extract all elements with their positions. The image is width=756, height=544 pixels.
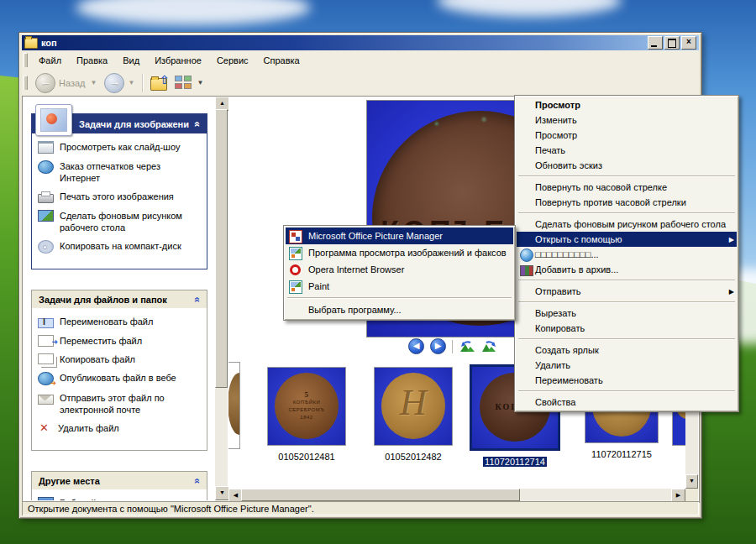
- thumbnail-partial[interactable]: [228, 362, 240, 449]
- forward-dropdown-icon[interactable]: ▼: [128, 79, 134, 86]
- menubar-item-1[interactable]: Правка: [69, 52, 115, 69]
- thumbnail-label[interactable]: 01052012481: [276, 452, 336, 462]
- toolbar-separator: [142, 74, 144, 92]
- order-prints-icon: [38, 160, 54, 174]
- task-move[interactable]: Переместить файл: [38, 335, 202, 347]
- open-with-item-opera[interactable]: Opera Internet Browser: [286, 261, 513, 278]
- titlebar[interactable]: коп ×: [22, 35, 699, 50]
- task-delete[interactable]: Удалить файл: [38, 422, 202, 435]
- task-print[interactable]: Печать этого изображения: [38, 191, 202, 203]
- previous-image-button[interactable]: ◀: [408, 338, 424, 354]
- winrar-icon: [520, 265, 533, 276]
- up-button[interactable]: ⇧: [150, 74, 170, 92]
- menu-separator: [518, 212, 735, 214]
- context-menu-item-rotate-counterclockwise[interactable]: Повернуть против часовой стрелки: [517, 195, 737, 210]
- thumbnail-photo[interactable]: Н: [374, 367, 453, 446]
- close-button[interactable]: ×: [681, 36, 696, 50]
- scrollbar-corner: [685, 489, 698, 501]
- context-menu-item-view-default[interactable]: Просмотр: [517, 97, 737, 112]
- thumbnail-01052012482[interactable]: Н01052012482: [369, 367, 458, 462]
- minimize-button[interactable]: [648, 36, 663, 50]
- context-menu-item-cut[interactable]: Вырезать: [517, 306, 737, 321]
- scroll-down-icon[interactable]: ▼: [685, 474, 698, 489]
- open-with-item-picture-fax-viewer[interactable]: Программа просмотра изображений и факсов: [286, 244, 513, 261]
- context-menu-item-edit[interactable]: Изменить: [517, 112, 737, 128]
- rotate-counterclockwise-icon[interactable]: [459, 340, 475, 353]
- icon-slot: [519, 358, 535, 372]
- views-tile-icon: [175, 76, 182, 81]
- context-menu-item-refresh-thumbnail[interactable]: Обновить эскиз: [517, 158, 737, 173]
- menubar-item-0[interactable]: Файл: [31, 52, 69, 69]
- menu-item-label: Просмотр: [535, 100, 580, 110]
- chevron-up-icon[interactable]: »: [192, 121, 203, 127]
- menubar-item-3[interactable]: Избранное: [147, 52, 209, 69]
- copy-icon: [38, 353, 54, 364]
- context-menu-item-delete[interactable]: Удалить: [517, 358, 737, 373]
- task-slideshow[interactable]: Просмотреть как слайд-шоу: [38, 141, 202, 154]
- forward-button[interactable]: →: [104, 73, 124, 93]
- task-wallpaper[interactable]: Сделать фоновым рисунком рабочего стола: [38, 210, 202, 233]
- task-label: Копировать на компакт-диск: [60, 240, 181, 252]
- open-with-item-choose-program[interactable]: Выбрать программу...: [286, 301, 513, 318]
- context-menu-item-rotate-clockwise[interactable]: Повернуть по часовой стрелке: [517, 180, 737, 195]
- winrar-icon: [519, 263, 535, 276]
- menubar-grip[interactable]: [24, 53, 28, 67]
- panel-header-file-folder-tasks[interactable]: Задачи для файлов и папок»: [32, 290, 207, 308]
- context-menu-item-open-with[interactable]: Открыть с помощью▶: [517, 232, 737, 247]
- panel-header-other-places[interactable]: Другие места»: [32, 472, 207, 489]
- menubar-items: ФайлПравкаВидИзбранноеСервисСправка: [31, 52, 307, 69]
- task-copy[interactable]: Копировать файл: [38, 353, 202, 365]
- views-dropdown-icon[interactable]: ▼: [197, 79, 203, 86]
- menubar-item-5[interactable]: Справка: [256, 52, 307, 69]
- horizontal-scrollbar-thumb[interactable]: [241, 489, 520, 501]
- context-menu-item-set-as-wallpaper[interactable]: Сделать фоновым рисунком рабочего стола: [517, 217, 737, 232]
- sidebar-scrollbar[interactable]: ▲ ▼: [215, 97, 228, 500]
- thumbnail-label[interactable]: 110720112714: [483, 457, 547, 467]
- context-menu-item-view[interactable]: Просмотр: [517, 128, 737, 143]
- views-tile-icon: [184, 83, 192, 89]
- maximize-button[interactable]: [664, 36, 680, 50]
- task-email[interactable]: Отправить этот файл по электронной почте: [38, 392, 202, 416]
- task-order-prints[interactable]: Заказ отпечатков через Интернет: [38, 160, 202, 184]
- open-with-item-picture-manager[interactable]: Microsoft Office Picture Manager: [286, 228, 513, 244]
- task-copy-to-cd[interactable]: Копировать на компакт-диск: [38, 240, 202, 254]
- next-image-button[interactable]: ▶: [430, 338, 446, 354]
- context-menu-item-unknown-app[interactable]: □□□□□□□□□□...: [517, 247, 737, 262]
- publish-icon: [38, 372, 54, 385]
- menu-item-label: Переименовать: [535, 375, 603, 385]
- views-button[interactable]: [175, 76, 193, 91]
- open-with-item-paint[interactable]: Paint: [286, 278, 513, 295]
- sidebar-scrollbar-thumb[interactable]: [215, 109, 228, 388]
- icon-slot: [519, 285, 535, 298]
- thumbnail-label[interactable]: 110720112715: [590, 449, 654, 459]
- context-menu-item-add-to-archive[interactable]: Добавить в архив...: [517, 262, 737, 277]
- horizontal-scrollbar[interactable]: ◀ ▶: [228, 489, 685, 501]
- menubar-item-4[interactable]: Сервис: [209, 52, 256, 69]
- icon-slot: [519, 374, 535, 387]
- context-menu-item-create-shortcut[interactable]: Создать ярлык: [517, 343, 737, 358]
- icon-slot: [519, 395, 535, 409]
- context-menu-item-properties[interactable]: Свойства: [517, 395, 737, 410]
- thumbnail-label[interactable]: 01052012482: [383, 452, 443, 462]
- rotate-clockwise-icon[interactable]: [481, 340, 498, 353]
- picture-manager-icon: [288, 229, 308, 243]
- chevron-up-icon[interactable]: »: [192, 478, 203, 484]
- task-publish[interactable]: Опубликовать файл в вебе: [38, 372, 202, 385]
- icon-slot: [519, 144, 535, 157]
- paint-icon: [288, 280, 308, 293]
- folder-icon: [24, 38, 38, 49]
- thumbnail-photo[interactable]: 5КОПѢЙКИСЕРЕБРОМЪ1842: [267, 367, 346, 446]
- context-menu-item-rename[interactable]: Переименовать: [517, 373, 737, 388]
- scroll-down-icon[interactable]: ▼: [215, 486, 229, 500]
- back-button[interactable]: ←: [35, 73, 55, 93]
- thumbnail-01052012481[interactable]: 5КОПѢЙКИСЕРЕБРОМЪ184201052012481: [262, 367, 351, 462]
- context-menu-item-send-to[interactable]: Отправить▶: [517, 284, 737, 299]
- task-rename[interactable]: Переименовать файл: [38, 316, 202, 328]
- menubar-item-2[interactable]: Вид: [115, 52, 147, 69]
- context-menu-item-print[interactable]: Печать: [517, 143, 737, 158]
- toolbar-grip[interactable]: [24, 76, 28, 90]
- context-menu-item-copy[interactable]: Копировать: [517, 321, 737, 336]
- chevron-up-icon[interactable]: »: [192, 296, 203, 302]
- back-dropdown-icon[interactable]: ▼: [91, 79, 97, 86]
- task-desktop[interactable]: Рабочий стол: [38, 497, 202, 500]
